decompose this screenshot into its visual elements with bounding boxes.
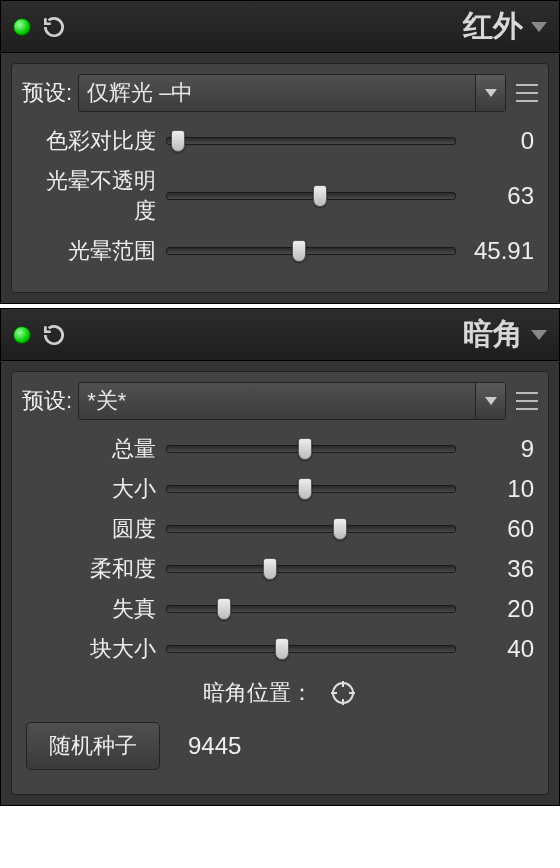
- slider-label: 大小: [26, 474, 166, 504]
- preset-label: 预设:: [22, 78, 72, 108]
- slider-track[interactable]: [166, 242, 456, 260]
- slider-row: 块大小 40: [26, 634, 534, 664]
- svg-marker-2: [531, 330, 547, 340]
- preset-row: 预设: 仅辉光 –中: [22, 74, 538, 112]
- slider-value[interactable]: 10: [456, 475, 534, 503]
- slider-value[interactable]: 40: [456, 635, 534, 663]
- panel-vignette: 暗角 预设: *关* 总量 9 大小 10: [0, 308, 560, 806]
- slider-value[interactable]: 20: [456, 595, 534, 623]
- slider-row: 圆度 60: [26, 514, 534, 544]
- preset-value: 仅辉光 –中: [87, 78, 193, 108]
- preset-menu-icon[interactable]: [516, 84, 538, 102]
- slider-thumb[interactable]: [217, 598, 231, 620]
- vignette-position-label: 暗角位置：: [203, 678, 313, 708]
- slider-value[interactable]: 63: [456, 182, 534, 210]
- slider-thumb[interactable]: [275, 638, 289, 660]
- slider-track[interactable]: [166, 520, 456, 538]
- random-seed-button[interactable]: 随机种子: [26, 722, 160, 770]
- slider-thumb[interactable]: [333, 518, 347, 540]
- dropdown-arrow-icon: [475, 383, 505, 419]
- panel-header[interactable]: 红外: [1, 1, 559, 53]
- preset-select[interactable]: 仅辉光 –中: [78, 74, 506, 112]
- slider-row: 柔和度 36: [26, 554, 534, 584]
- slider-value[interactable]: 45.91: [456, 237, 534, 265]
- panel-title: 红外: [67, 6, 531, 47]
- slider-thumb[interactable]: [298, 438, 312, 460]
- slider-thumb[interactable]: [292, 240, 306, 262]
- panel-infrared: 红外 预设: 仅辉光 –中 色彩对比度 0: [0, 0, 560, 304]
- slider-row: 总量 9: [26, 434, 534, 464]
- slider-thumb[interactable]: [171, 130, 185, 152]
- slider-value[interactable]: 9: [456, 435, 534, 463]
- slider-track[interactable]: [166, 187, 456, 205]
- vignette-position-row: 暗角位置：: [22, 678, 538, 708]
- svg-marker-0: [531, 22, 547, 32]
- panel-body: 预设: *关* 总量 9 大小 10 圆度 60: [11, 371, 549, 795]
- dropdown-arrow-icon: [475, 75, 505, 111]
- slider-label: 光晕不透明度: [26, 166, 166, 226]
- slider-label: 总量: [26, 434, 166, 464]
- reset-icon[interactable]: [41, 322, 67, 348]
- seed-row: 随机种子 9445: [26, 722, 534, 770]
- panel-body: 预设: 仅辉光 –中 色彩对比度 0 光晕不透明度: [11, 63, 549, 293]
- slider-label: 块大小: [26, 634, 166, 664]
- chevron-down-icon[interactable]: [531, 22, 547, 32]
- preset-select[interactable]: *关*: [78, 382, 506, 420]
- slider-label: 圆度: [26, 514, 166, 544]
- svg-marker-3: [485, 397, 497, 405]
- slider-value[interactable]: 60: [456, 515, 534, 543]
- slider-label: 柔和度: [26, 554, 166, 584]
- enabled-indicator[interactable]: [13, 326, 31, 344]
- slider-track[interactable]: [166, 640, 456, 658]
- preset-menu-icon[interactable]: [516, 392, 538, 410]
- slider-value[interactable]: 0: [456, 127, 534, 155]
- slider-label: 光晕范围: [26, 236, 166, 266]
- slider-thumb[interactable]: [263, 558, 277, 580]
- svg-marker-1: [485, 89, 497, 97]
- slider-label: 色彩对比度: [26, 126, 166, 156]
- preset-row: 预设: *关*: [22, 382, 538, 420]
- slider-row: 色彩对比度 0: [26, 126, 534, 156]
- slider-track[interactable]: [166, 480, 456, 498]
- seed-value[interactable]: 9445: [188, 732, 241, 760]
- slider-row: 光晕范围 45.91: [26, 236, 534, 266]
- slider-track[interactable]: [166, 600, 456, 618]
- slider-row: 大小 10: [26, 474, 534, 504]
- slider-label: 失真: [26, 594, 166, 624]
- panel-title: 暗角: [67, 314, 531, 355]
- slider-value[interactable]: 36: [456, 555, 534, 583]
- slider-thumb[interactable]: [313, 185, 327, 207]
- preset-label: 预设:: [22, 386, 72, 416]
- reset-icon[interactable]: [41, 14, 67, 40]
- slider-thumb[interactable]: [298, 478, 312, 500]
- slider-track[interactable]: [166, 132, 456, 150]
- slider-row: 失真 20: [26, 594, 534, 624]
- slider-row: 光晕不透明度 63: [26, 166, 534, 226]
- panel-header[interactable]: 暗角: [1, 309, 559, 361]
- target-icon[interactable]: [329, 679, 357, 707]
- preset-value: *关*: [87, 386, 126, 416]
- slider-track[interactable]: [166, 560, 456, 578]
- chevron-down-icon[interactable]: [531, 330, 547, 340]
- enabled-indicator[interactable]: [13, 18, 31, 36]
- slider-track[interactable]: [166, 440, 456, 458]
